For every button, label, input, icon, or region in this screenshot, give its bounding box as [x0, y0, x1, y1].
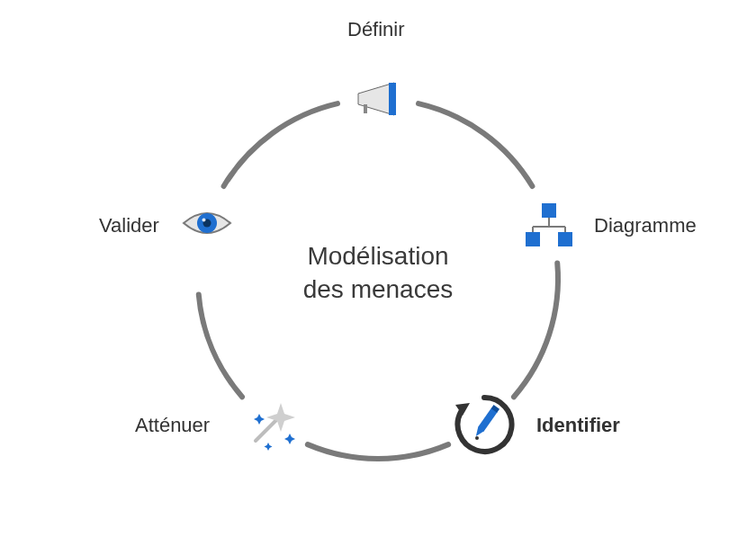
step-label-valider: Valider: [99, 214, 159, 237]
megaphone-icon: [351, 72, 405, 126]
magic-wand-icon: [245, 398, 299, 452]
svg-point-10: [475, 436, 479, 440]
step-label-identifier: Identifier: [536, 414, 620, 437]
diagram-center-title: Modélisation des menaces: [261, 239, 495, 308]
svg-point-14: [202, 219, 206, 222]
step-label-attenuer: Atténuer: [135, 414, 210, 437]
step-label-diagramme: Diagramme: [594, 214, 697, 237]
center-title-line1: Modélisation: [261, 239, 495, 273]
svg-rect-8: [558, 232, 572, 246]
eye-icon: [180, 196, 234, 250]
hierarchy-icon: [522, 196, 576, 250]
center-title-line2: des menaces: [261, 273, 495, 308]
svg-rect-7: [526, 232, 540, 246]
threat-modeling-cycle-diagram: Modélisation des menaces Définir Dia: [0, 0, 756, 546]
svg-rect-6: [542, 203, 556, 218]
identify-circled-pen-icon: [450, 390, 518, 459]
step-label-definir: Définir: [347, 18, 405, 41]
svg-rect-1: [364, 104, 367, 113]
svg-rect-0: [389, 83, 396, 115]
